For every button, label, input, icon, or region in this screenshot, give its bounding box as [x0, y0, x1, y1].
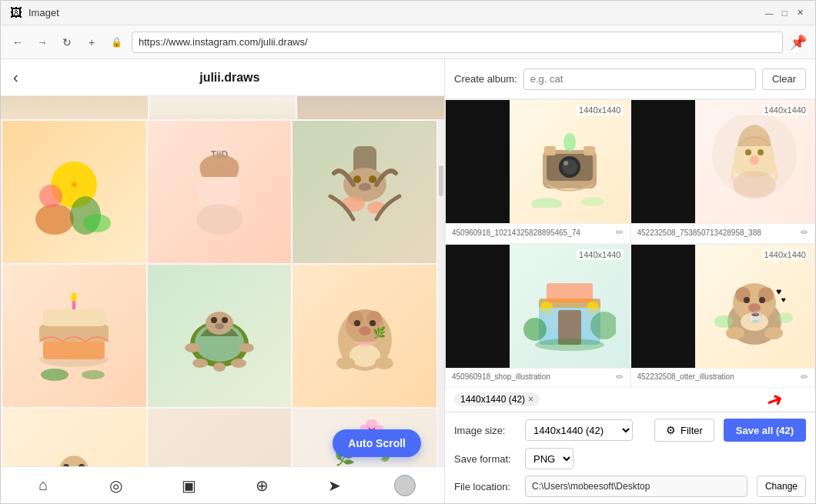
- save-format-label: Save format:: [454, 453, 516, 465]
- svg-point-11: [353, 175, 361, 183]
- ig-back-button[interactable]: ‹: [13, 68, 18, 86]
- edit-icon-2[interactable]: ✏: [801, 227, 808, 238]
- file-location-input[interactable]: [525, 476, 747, 497]
- edit-icon-3[interactable]: ✏: [616, 372, 624, 382]
- image-filename-1: 450960918_10214325828895465_74: [452, 229, 613, 237]
- window-controls: — □ ✕: [763, 7, 806, 19]
- ig-scroll-thumb[interactable]: [439, 165, 443, 196]
- ig-header: ‹ julii.draws: [1, 59, 444, 96]
- album-input[interactable]: [523, 68, 756, 90]
- edit-icon-4[interactable]: ✏: [801, 372, 808, 382]
- svg-point-76: [757, 149, 764, 155]
- svg-text:♥: ♥: [781, 295, 786, 304]
- svg-point-99: [764, 327, 783, 339]
- list-item: TiiD: [148, 121, 292, 263]
- edit-icon-1[interactable]: ✏: [616, 227, 624, 238]
- svg-point-66: [564, 161, 568, 165]
- file-location-label: File location:: [454, 481, 516, 492]
- svg-point-41: [359, 326, 371, 335]
- svg-point-22: [41, 369, 69, 381]
- svg-text:☕: ☕: [748, 309, 764, 323]
- change-button[interactable]: Change: [757, 476, 806, 497]
- browser-bar: ← → ↻ + 🔒 📌: [1, 25, 815, 59]
- clear-button[interactable]: Clear: [762, 68, 806, 90]
- ig-reels-button[interactable]: ▣: [176, 472, 203, 499]
- new-tab-button[interactable]: +: [82, 33, 101, 52]
- svg-point-43: [336, 357, 355, 369]
- bottom-controls: Image size: 1440x1440 (42) ⚙ Filter Save…: [445, 412, 815, 503]
- auto-scroll-button[interactable]: Auto Scroll: [333, 429, 421, 457]
- tag-label: 1440x1440 (42): [460, 394, 525, 405]
- ig-profile-avatar[interactable]: [394, 475, 416, 496]
- list-item: [2, 265, 146, 407]
- main-area: ‹ julii.draws ☀: [1, 59, 815, 503]
- minimize-button[interactable]: —: [763, 7, 775, 19]
- svg-rect-67: [544, 146, 556, 155]
- image-illustration-2: [695, 100, 814, 223]
- image-black-bar-3: [446, 245, 510, 368]
- bookmark-icon[interactable]: 📌: [789, 33, 808, 52]
- app-icon: 🖼: [10, 6, 22, 20]
- svg-point-5: [83, 214, 111, 232]
- list-item: [293, 121, 436, 263]
- back-button[interactable]: ←: [8, 33, 27, 52]
- ig-image-grid[interactable]: ☀ TiiD: [1, 119, 438, 466]
- save-format-row: Save format: PNG: [454, 448, 806, 469]
- svg-point-77: [750, 155, 759, 165]
- list-item: ☀: [2, 121, 146, 263]
- ig-grid-wrapper: ☀ TiiD: [1, 119, 444, 466]
- close-button[interactable]: ✕: [794, 7, 806, 19]
- image-name-row-2: 452232508_753850713428958_388 ✏: [631, 223, 815, 241]
- image-size-select[interactable]: 1440x1440 (42): [525, 419, 633, 441]
- svg-point-69: [564, 133, 576, 152]
- image-illustration-4: ☕ ♥ ♥: [695, 245, 814, 368]
- svg-rect-68: [584, 146, 595, 155]
- instagram-panel: ‹ julii.draws ☀: [1, 59, 445, 503]
- image-grid-container: 1440x1440: [445, 99, 815, 388]
- ig-bottom-nav: ⌂ ◎ ▣ ⊕ ➤: [1, 466, 444, 503]
- image-preview-1: [446, 100, 630, 223]
- svg-point-28: [222, 317, 228, 323]
- ig-explore-button[interactable]: ◎: [102, 472, 130, 499]
- maximize-button[interactable]: □: [778, 7, 791, 19]
- svg-text:🌿: 🌿: [373, 326, 386, 339]
- image-filename-4: 452232508_otter_illustration: [637, 372, 798, 381]
- app-window: 🖼 Imaget — □ ✕ ← → ↻ + 🔒 📌 ‹ julii.draws: [0, 0, 816, 504]
- svg-point-88: [523, 318, 547, 341]
- filter-button[interactable]: ⚙ Filter: [654, 419, 714, 442]
- ig-add-button[interactable]: ⊕: [248, 472, 276, 499]
- list-item: 🌿 🌸 🍃: [148, 409, 292, 466]
- address-icon: 🔒: [107, 33, 125, 52]
- ig-home-button[interactable]: ⌂: [29, 472, 57, 499]
- image-dimensions-3: 1440x1440: [577, 249, 623, 260]
- tag-close-button[interactable]: ×: [528, 394, 533, 405]
- svg-point-95: [759, 297, 765, 303]
- tag-item: 1440x1440 (42) ×: [454, 392, 540, 406]
- save-format-select[interactable]: PNG: [525, 448, 574, 469]
- ig-scrollbar[interactable]: [438, 119, 444, 466]
- image-illustration-1: [510, 100, 629, 223]
- svg-point-30: [185, 343, 200, 352]
- svg-point-34: [213, 362, 226, 372]
- save-all-button[interactable]: Save all (42): [724, 419, 806, 442]
- ig-send-button[interactable]: ➤: [321, 472, 349, 499]
- svg-point-23: [82, 370, 105, 379]
- refresh-button[interactable]: ↻: [58, 33, 76, 52]
- svg-point-12: [369, 175, 376, 183]
- album-label: Create album:: [454, 73, 517, 85]
- image-black-bar-2: [631, 100, 695, 223]
- svg-point-102: [778, 312, 793, 323]
- image-card-3: 1440x1440: [445, 244, 630, 389]
- svg-point-33: [231, 359, 246, 368]
- svg-point-75: [745, 149, 751, 155]
- image-name-row-3: 450960918_shop_illustration ✏: [446, 368, 630, 386]
- forward-button[interactable]: →: [33, 33, 52, 52]
- image-preview-3: [446, 245, 630, 368]
- svg-point-87: [535, 339, 604, 351]
- svg-rect-18: [39, 325, 109, 342]
- svg-point-78: [733, 171, 776, 199]
- filter-label: Filter: [681, 425, 703, 436]
- svg-point-2: [35, 204, 74, 235]
- svg-rect-17: [43, 340, 105, 359]
- address-bar-input[interactable]: [132, 32, 783, 53]
